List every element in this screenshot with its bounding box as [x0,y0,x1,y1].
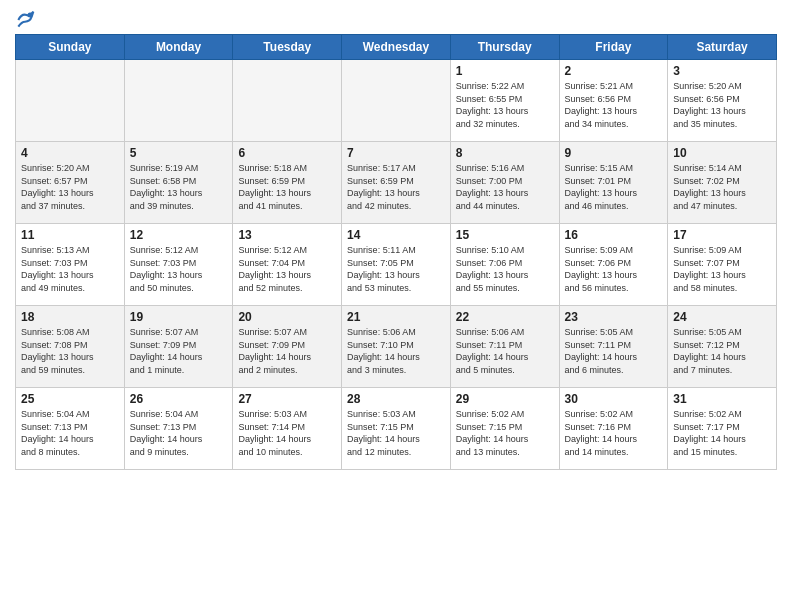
day-number: 16 [565,228,663,242]
day-info: Sunrise: 5:11 AM Sunset: 7:05 PM Dayligh… [347,244,445,294]
calendar-cell [342,60,451,142]
day-info: Sunrise: 5:04 AM Sunset: 7:13 PM Dayligh… [130,408,228,458]
day-info: Sunrise: 5:06 AM Sunset: 7:10 PM Dayligh… [347,326,445,376]
calendar-cell: 27Sunrise: 5:03 AM Sunset: 7:14 PM Dayli… [233,388,342,470]
day-number: 28 [347,392,445,406]
weekday-header-thursday: Thursday [450,35,559,60]
calendar-cell: 17Sunrise: 5:09 AM Sunset: 7:07 PM Dayli… [668,224,777,306]
day-info: Sunrise: 5:02 AM Sunset: 7:15 PM Dayligh… [456,408,554,458]
calendar-cell [124,60,233,142]
day-number: 31 [673,392,771,406]
day-number: 20 [238,310,336,324]
day-number: 2 [565,64,663,78]
calendar-cell: 23Sunrise: 5:05 AM Sunset: 7:11 PM Dayli… [559,306,668,388]
day-number: 4 [21,146,119,160]
calendar-cell: 22Sunrise: 5:06 AM Sunset: 7:11 PM Dayli… [450,306,559,388]
logo-icon [15,10,35,30]
day-info: Sunrise: 5:07 AM Sunset: 7:09 PM Dayligh… [130,326,228,376]
day-number: 27 [238,392,336,406]
day-info: Sunrise: 5:05 AM Sunset: 7:12 PM Dayligh… [673,326,771,376]
calendar-cell: 9Sunrise: 5:15 AM Sunset: 7:01 PM Daylig… [559,142,668,224]
calendar-cell: 19Sunrise: 5:07 AM Sunset: 7:09 PM Dayli… [124,306,233,388]
calendar-cell: 10Sunrise: 5:14 AM Sunset: 7:02 PM Dayli… [668,142,777,224]
svg-point-1 [28,13,33,18]
calendar-cell: 1Sunrise: 5:22 AM Sunset: 6:55 PM Daylig… [450,60,559,142]
calendar-cell: 2Sunrise: 5:21 AM Sunset: 6:56 PM Daylig… [559,60,668,142]
day-info: Sunrise: 5:05 AM Sunset: 7:11 PM Dayligh… [565,326,663,376]
logo [15,10,38,30]
day-info: Sunrise: 5:12 AM Sunset: 7:04 PM Dayligh… [238,244,336,294]
day-info: Sunrise: 5:09 AM Sunset: 7:07 PM Dayligh… [673,244,771,294]
calendar-cell: 7Sunrise: 5:17 AM Sunset: 6:59 PM Daylig… [342,142,451,224]
day-number: 8 [456,146,554,160]
day-info: Sunrise: 5:06 AM Sunset: 7:11 PM Dayligh… [456,326,554,376]
calendar-page: SundayMondayTuesdayWednesdayThursdayFrid… [0,0,792,612]
calendar-cell: 26Sunrise: 5:04 AM Sunset: 7:13 PM Dayli… [124,388,233,470]
calendar-cell: 18Sunrise: 5:08 AM Sunset: 7:08 PM Dayli… [16,306,125,388]
calendar-cell: 5Sunrise: 5:19 AM Sunset: 6:58 PM Daylig… [124,142,233,224]
day-number: 7 [347,146,445,160]
calendar-cell: 16Sunrise: 5:09 AM Sunset: 7:06 PM Dayli… [559,224,668,306]
day-info: Sunrise: 5:16 AM Sunset: 7:00 PM Dayligh… [456,162,554,212]
day-number: 23 [565,310,663,324]
day-number: 25 [21,392,119,406]
calendar-cell [233,60,342,142]
calendar-cell: 29Sunrise: 5:02 AM Sunset: 7:15 PM Dayli… [450,388,559,470]
calendar-cell: 8Sunrise: 5:16 AM Sunset: 7:00 PM Daylig… [450,142,559,224]
calendar-cell: 11Sunrise: 5:13 AM Sunset: 7:03 PM Dayli… [16,224,125,306]
calendar-cell [16,60,125,142]
weekday-header-wednesday: Wednesday [342,35,451,60]
day-info: Sunrise: 5:02 AM Sunset: 7:17 PM Dayligh… [673,408,771,458]
day-number: 13 [238,228,336,242]
day-number: 14 [347,228,445,242]
day-number: 19 [130,310,228,324]
day-info: Sunrise: 5:13 AM Sunset: 7:03 PM Dayligh… [21,244,119,294]
day-info: Sunrise: 5:07 AM Sunset: 7:09 PM Dayligh… [238,326,336,376]
day-number: 24 [673,310,771,324]
day-number: 15 [456,228,554,242]
day-info: Sunrise: 5:08 AM Sunset: 7:08 PM Dayligh… [21,326,119,376]
calendar-cell: 25Sunrise: 5:04 AM Sunset: 7:13 PM Dayli… [16,388,125,470]
day-number: 3 [673,64,771,78]
calendar-cell: 12Sunrise: 5:12 AM Sunset: 7:03 PM Dayli… [124,224,233,306]
day-info: Sunrise: 5:17 AM Sunset: 6:59 PM Dayligh… [347,162,445,212]
calendar-cell: 4Sunrise: 5:20 AM Sunset: 6:57 PM Daylig… [16,142,125,224]
weekday-header-monday: Monday [124,35,233,60]
day-number: 6 [238,146,336,160]
calendar-cell: 14Sunrise: 5:11 AM Sunset: 7:05 PM Dayli… [342,224,451,306]
day-number: 11 [21,228,119,242]
calendar-cell: 21Sunrise: 5:06 AM Sunset: 7:10 PM Dayli… [342,306,451,388]
day-number: 5 [130,146,228,160]
weekday-header-row: SundayMondayTuesdayWednesdayThursdayFrid… [16,35,777,60]
calendar-cell: 30Sunrise: 5:02 AM Sunset: 7:16 PM Dayli… [559,388,668,470]
calendar-table: SundayMondayTuesdayWednesdayThursdayFrid… [15,34,777,470]
calendar-cell: 3Sunrise: 5:20 AM Sunset: 6:56 PM Daylig… [668,60,777,142]
day-info: Sunrise: 5:09 AM Sunset: 7:06 PM Dayligh… [565,244,663,294]
day-number: 10 [673,146,771,160]
day-info: Sunrise: 5:15 AM Sunset: 7:01 PM Dayligh… [565,162,663,212]
day-info: Sunrise: 5:22 AM Sunset: 6:55 PM Dayligh… [456,80,554,130]
weekday-header-friday: Friday [559,35,668,60]
day-number: 30 [565,392,663,406]
day-number: 26 [130,392,228,406]
day-info: Sunrise: 5:12 AM Sunset: 7:03 PM Dayligh… [130,244,228,294]
calendar-cell: 13Sunrise: 5:12 AM Sunset: 7:04 PM Dayli… [233,224,342,306]
calendar-cell: 20Sunrise: 5:07 AM Sunset: 7:09 PM Dayli… [233,306,342,388]
calendar-week-4: 18Sunrise: 5:08 AM Sunset: 7:08 PM Dayli… [16,306,777,388]
calendar-cell: 28Sunrise: 5:03 AM Sunset: 7:15 PM Dayli… [342,388,451,470]
calendar-week-5: 25Sunrise: 5:04 AM Sunset: 7:13 PM Dayli… [16,388,777,470]
day-info: Sunrise: 5:03 AM Sunset: 7:14 PM Dayligh… [238,408,336,458]
day-info: Sunrise: 5:19 AM Sunset: 6:58 PM Dayligh… [130,162,228,212]
day-info: Sunrise: 5:21 AM Sunset: 6:56 PM Dayligh… [565,80,663,130]
calendar-cell: 15Sunrise: 5:10 AM Sunset: 7:06 PM Dayli… [450,224,559,306]
day-number: 18 [21,310,119,324]
calendar-cell: 31Sunrise: 5:02 AM Sunset: 7:17 PM Dayli… [668,388,777,470]
day-number: 17 [673,228,771,242]
day-info: Sunrise: 5:02 AM Sunset: 7:16 PM Dayligh… [565,408,663,458]
day-info: Sunrise: 5:04 AM Sunset: 7:13 PM Dayligh… [21,408,119,458]
calendar-week-2: 4Sunrise: 5:20 AM Sunset: 6:57 PM Daylig… [16,142,777,224]
day-info: Sunrise: 5:20 AM Sunset: 6:56 PM Dayligh… [673,80,771,130]
day-number: 22 [456,310,554,324]
calendar-week-3: 11Sunrise: 5:13 AM Sunset: 7:03 PM Dayli… [16,224,777,306]
day-info: Sunrise: 5:18 AM Sunset: 6:59 PM Dayligh… [238,162,336,212]
